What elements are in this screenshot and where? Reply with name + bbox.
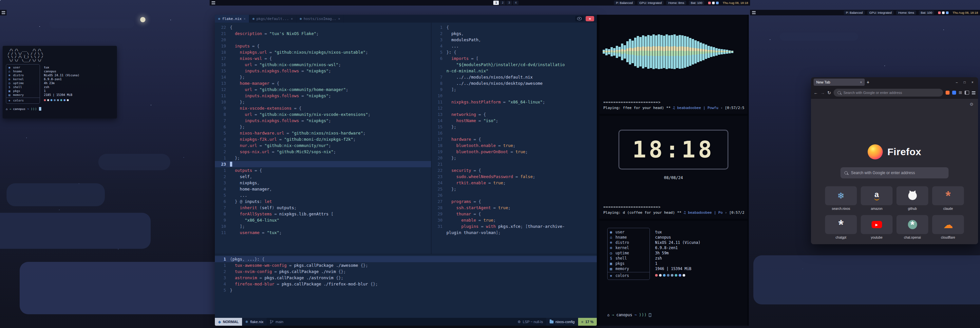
new-tab-page: ⚙ Firefox Search with Google or enter ad… xyxy=(811,98,978,244)
search-icon xyxy=(837,91,841,94)
distro-icon: ❄ xyxy=(610,240,616,245)
line-number: 25 xyxy=(431,186,446,192)
shortcut-amazon[interactable]: amazon xyxy=(861,186,892,211)
wave-column xyxy=(729,51,731,53)
newtab-search-input[interactable]: Search with Google or enter address xyxy=(840,167,948,178)
menu-icon[interactable] xyxy=(212,1,215,4)
url-placeholder: Search with Google or enter address xyxy=(843,91,902,95)
shortcut-github[interactable]: github xyxy=(896,186,928,211)
minimize-button[interactable]: – xyxy=(954,81,960,84)
wave-column xyxy=(665,34,668,69)
shortcut-youtube[interactable]: youtube xyxy=(861,215,892,239)
extensions-puzzle-icon[interactable]: ⊞ xyxy=(959,90,962,95)
colors-row: ❖colors xyxy=(6,98,40,103)
kernel-icon: ⚙ xyxy=(8,78,13,81)
info-value: tux xyxy=(655,230,700,235)
palette-dots xyxy=(44,98,79,102)
project-indicator: nixos-config xyxy=(546,318,578,326)
systray xyxy=(707,2,719,4)
tray-icon[interactable] xyxy=(938,11,941,14)
back-button[interactable]: ← xyxy=(814,90,818,95)
close-button[interactable]: × xyxy=(969,81,975,84)
tray-icon[interactable] xyxy=(716,2,719,4)
app-menu-icon[interactable] xyxy=(972,91,975,94)
tray-icon[interactable] xyxy=(712,2,715,4)
code-line: 13 home-manager = { xyxy=(215,80,431,86)
url-bar[interactable]: Search with Google or enter address xyxy=(834,89,943,97)
code-line: 11 nixpkgs.hostPlatform = "x86_64-linux"… xyxy=(431,99,597,105)
color-dot xyxy=(675,274,677,277)
wave-column xyxy=(655,35,657,68)
shortcut-chatgpt[interactable]: chatgpt xyxy=(825,215,857,239)
code-line: 17 nixos-wsl = { xyxy=(215,55,431,62)
personalize-gear-icon[interactable]: ⚙ xyxy=(969,102,974,107)
editor-tab-hosts-isoimag-[interactable]: ❄hosts/isoImag..× xyxy=(296,15,344,22)
workspace-2[interactable]: 2 xyxy=(500,1,505,5)
chatgpt-icon xyxy=(838,221,844,228)
tray-icon[interactable] xyxy=(708,2,711,4)
amazon-icon xyxy=(874,191,880,200)
info-row: ◷uptime xyxy=(6,81,40,85)
code-line: 18 bluetooth.enable = true; xyxy=(431,143,597,149)
line-number: 18 xyxy=(215,49,230,55)
lines-icon: ≡ xyxy=(581,320,583,324)
workspace-1[interactable]: 1 xyxy=(493,1,499,5)
extension-icon[interactable] xyxy=(952,91,956,95)
color-dot xyxy=(54,99,56,101)
nix-file-icon: ❄ xyxy=(253,17,255,21)
vim-mode-icon: ◆ xyxy=(218,320,221,324)
wave-column xyxy=(611,47,613,56)
forward-button[interactable]: → xyxy=(821,90,825,95)
window-close-button[interactable]: × xyxy=(585,16,594,21)
line-number: 18 xyxy=(431,143,446,149)
info-value: zsh xyxy=(44,85,79,89)
shortcut-chat-openai[interactable]: chat.openai xyxy=(896,215,928,239)
uptime-icon: ◷ xyxy=(610,251,616,255)
github-icon xyxy=(908,192,917,200)
shortcut-claude[interactable]: claude xyxy=(932,186,964,211)
code-line: 11 inputs.nixpkgs.follows = "nixpkgs"; xyxy=(215,93,431,99)
hname-icon: ⌂ xyxy=(8,70,13,73)
line-number: 11 xyxy=(431,99,446,105)
wave-column xyxy=(663,36,665,68)
line-number: 13 xyxy=(215,80,230,86)
extension-icon[interactable] xyxy=(946,91,950,95)
shortcut-label: github xyxy=(896,207,928,211)
tab-close-icon[interactable]: × xyxy=(291,17,293,21)
browser-tab-new-tab[interactable]: New Tab × xyxy=(814,79,865,86)
code-line: 14 }; xyxy=(215,74,431,80)
sidebar-icon[interactable] xyxy=(965,91,969,95)
cloud xyxy=(780,33,858,41)
editor-tab-flake-nix[interactable]: ❄flake.nix× xyxy=(215,15,249,22)
code-line: 3 nixpkgs, xyxy=(215,180,431,186)
line-number: 14 xyxy=(215,74,230,80)
tab-close-icon[interactable]: × xyxy=(244,17,246,21)
code-line: 1{ xyxy=(431,24,597,30)
menu-icon[interactable] xyxy=(2,11,5,14)
toggle-visibility-button[interactable] xyxy=(575,16,584,21)
new-tab-button[interactable]: + xyxy=(867,79,869,85)
info-value: 6.9.8-zen1 xyxy=(44,77,79,81)
shortcut-search-nixos[interactable]: search.nixos xyxy=(825,186,857,211)
line-number: 6 xyxy=(215,198,230,204)
firefox-brand: Firefox xyxy=(811,98,978,159)
line-number: 3 xyxy=(215,275,230,281)
workspace-4[interactable]: 4 xyxy=(513,1,519,5)
line-number: 22 xyxy=(215,24,230,30)
code-line: 17 hardware = { xyxy=(431,136,597,143)
shortcut-cloudflare[interactable]: cloudflare xyxy=(932,215,964,239)
code-line: 16 url = "github:nix-community/nixos-wsl… xyxy=(215,62,431,68)
search-placeholder: Search with Google or enter address xyxy=(851,171,915,175)
code-line: 3 modulesPath, xyxy=(431,36,597,43)
tab-close-icon[interactable]: × xyxy=(860,80,862,84)
wave-column xyxy=(718,49,720,55)
tab-close-icon[interactable]: × xyxy=(338,17,340,21)
editor-tab-pkgs-default-[interactable]: ❄pkgs/default...× xyxy=(249,15,296,22)
maximize-button[interactable]: □ xyxy=(962,81,967,84)
workspace-3[interactable]: 3 xyxy=(506,1,512,5)
reload-button[interactable]: ↻ xyxy=(827,90,831,95)
tray-icon[interactable] xyxy=(942,11,945,14)
tray-icon[interactable] xyxy=(946,11,948,14)
code-line: 20 }; xyxy=(431,155,597,161)
menu-icon[interactable] xyxy=(752,11,756,14)
